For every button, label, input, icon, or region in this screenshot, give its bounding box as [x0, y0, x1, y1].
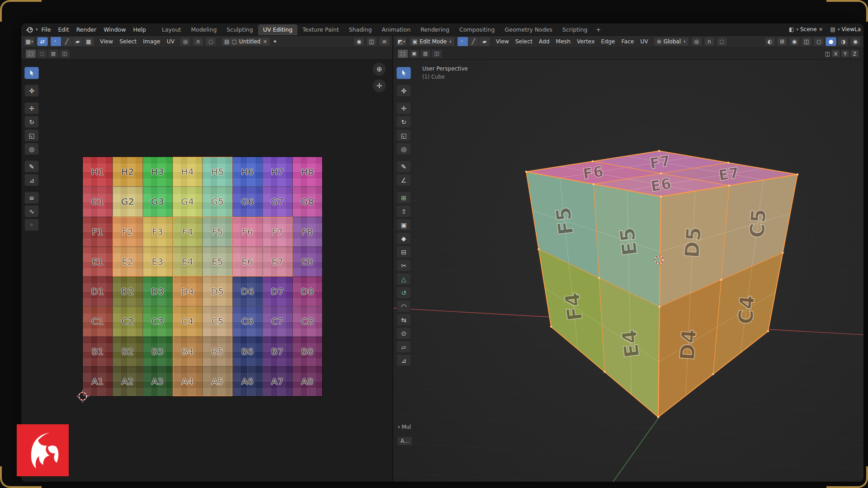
tab-modeling[interactable]: Modeling — [186, 24, 222, 35]
v3d-mode-vertex-icon[interactable]: ⠂ — [458, 37, 468, 46]
v3d-inset-faces-tool[interactable]: ▣ — [396, 219, 411, 231]
uv-transform-tool[interactable]: ◎ — [24, 143, 39, 155]
uv-sync-selection-icon[interactable]: ⇄ — [37, 37, 48, 46]
uv-cell-D1[interactable]: D1 — [83, 277, 113, 306]
tab-shading[interactable]: Shading — [344, 24, 377, 35]
viewport-editor-type-icon[interactable]: ◩▾ — [396, 37, 407, 46]
v3d-shading-rendered-icon[interactable]: ◉ — [850, 37, 861, 46]
cube-mesh[interactable]: F5E5F4E4D5C5D4C4F6F7E6E7 — [525, 150, 798, 418]
uv-cell-B6[interactable]: B6 — [232, 337, 262, 366]
v3d-spin-tool[interactable]: ↺ — [396, 286, 411, 299]
v3d-menu-mesh[interactable]: Mesh — [553, 36, 574, 47]
tab-scripting[interactable]: Scripting — [557, 24, 593, 35]
uv-cell-F1[interactable]: F1 — [83, 217, 113, 247]
uv-cell-A4[interactable]: A4 — [173, 366, 203, 396]
mirror-x-toggle[interactable]: X — [831, 50, 840, 57]
pin-icon[interactable]: ✦ — [273, 39, 277, 44]
uv-cell-H8[interactable]: H8 — [292, 157, 322, 187]
uv-rip-region-tool[interactable]: ⊿ — [24, 174, 39, 186]
v3d-xray-icon[interactable]: ◫ — [801, 37, 812, 46]
uv-annotate-tool[interactable]: ✎ — [24, 160, 39, 173]
uv-cell-E2[interactable]: E2 — [113, 247, 142, 277]
v3d-ts-options-a-icon[interactable]: ▥ — [420, 50, 430, 58]
v3d-shading-wire-icon[interactable]: ○ — [813, 37, 824, 46]
tab-sculpting[interactable]: Sculpting — [222, 24, 258, 35]
uv-editor-type-icon[interactable]: ▦▾ — [24, 37, 35, 46]
v3d-menu-face[interactable]: Face — [618, 36, 637, 47]
uv-overlays-icon[interactable]: ◉ — [354, 37, 364, 46]
unlink-image-icon[interactable]: × — [263, 39, 267, 44]
uv-cell-F3[interactable]: F3 — [143, 217, 173, 247]
v3d-gizmos-icon[interactable]: ⊞ — [777, 37, 788, 46]
uv-mode-island-icon[interactable]: ▩ — [83, 37, 94, 46]
uv-cell-G3[interactable]: G3 — [143, 187, 173, 216]
uv-cell-D2[interactable]: D2 — [113, 277, 142, 306]
uv-cell-G8[interactable]: G8 — [292, 187, 322, 216]
uv-cell-C5[interactable]: C5 — [203, 306, 232, 336]
v3d-extrude-region-tool[interactable]: ⇧ — [396, 205, 411, 217]
uv-cell-E3[interactable]: E3 — [143, 247, 173, 277]
v3d-shading-solid-icon[interactable]: ● — [826, 37, 836, 46]
v3d-measure-tool[interactable]: ∠ — [396, 174, 411, 186]
image-name[interactable]: Untitled — [239, 38, 260, 45]
menu-window[interactable]: Window — [100, 23, 129, 35]
uv-cell-E6[interactable]: E6 — [232, 247, 262, 277]
uv-cell-D8[interactable]: D8 — [292, 277, 322, 306]
uv-cell-E1[interactable]: E1 — [83, 247, 113, 277]
v3d-rip-region-tool[interactable]: ⊿ — [396, 354, 411, 366]
uv-move-tool[interactable]: ✛ — [24, 102, 39, 114]
v3d-snap-magnet-icon[interactable]: ∩ — [704, 37, 715, 46]
uv-options-icon[interactable]: ≡ — [379, 37, 390, 46]
blender-logo-icon[interactable] — [26, 26, 33, 33]
uv-cell-H2[interactable]: H2 — [113, 157, 142, 187]
v3d-rotate-tool[interactable]: ↻ — [396, 116, 411, 128]
uv-cell-B1[interactable]: B1 — [83, 337, 113, 366]
orientation-dropdown[interactable]: ⊕ Global ▾ — [654, 37, 689, 46]
v3d-scale-tool[interactable]: ◱ — [396, 129, 411, 141]
tab-compositing[interactable]: Compositing — [454, 24, 500, 35]
uv-ts-uv-select-lasso-icon[interactable]: ▥ — [48, 50, 58, 58]
uv-cell-B4[interactable]: B4 — [173, 337, 203, 366]
v3d-knife-tool[interactable]: ✂ — [396, 259, 411, 272]
uv-mode-edge-icon[interactable]: ╱ — [61, 37, 72, 46]
toolbar-collapsed-row[interactable]: ▾ Mul — [397, 424, 411, 430]
uv-cell-B8[interactable]: B8 — [292, 337, 322, 366]
uv-rotate-tool[interactable]: ↻ — [24, 116, 39, 128]
tab-geometry-nodes[interactable]: Geometry Nodes — [500, 24, 557, 35]
uv-cell-B7[interactable]: B7 — [263, 337, 292, 366]
uv-cell-H4[interactable]: H4 — [173, 157, 203, 187]
uv-ts-uv-select-box-icon[interactable]: ⬚ — [26, 50, 36, 58]
cube-face-right[interactable]: D5C5D4C4 — [657, 174, 798, 418]
tab-texture-paint[interactable]: Texture Paint — [297, 24, 344, 35]
mode-dropdown[interactable]: ▣ Edit Mode ▾ — [409, 37, 455, 46]
uv-menu-select[interactable]: Select — [116, 36, 140, 47]
uv-cell-F8[interactable]: F8 — [292, 217, 322, 247]
uv-cell-C2[interactable]: C2 — [113, 306, 142, 336]
uv-cell-D7[interactable]: D7 — [263, 277, 292, 306]
v3d-ts-options-b-icon[interactable]: ◫ — [432, 50, 442, 58]
uv-cell-H1[interactable]: H1 — [83, 157, 113, 187]
uv-cell-B3[interactable]: B3 — [143, 337, 173, 366]
uv-cell-A2[interactable]: A2 — [113, 366, 142, 396]
uv-cell-A8[interactable]: A8 — [292, 366, 322, 396]
v3d-shear-tool[interactable]: ▱ — [396, 341, 411, 353]
uv-cell-D6[interactable]: D6 — [232, 277, 262, 306]
uv-cell-G6[interactable]: G6 — [232, 187, 262, 216]
viewport-canvas[interactable]: F5E5F4E4D5C5D4C4F6F7E6E7 — [393, 60, 863, 482]
uv-mode-face-icon[interactable]: ▰ — [72, 37, 83, 46]
v3d-annotate-tool[interactable]: ✎ — [396, 160, 411, 173]
uv-cell-E5[interactable]: E5 — [203, 247, 232, 277]
tab-animation[interactable]: Animation — [377, 24, 415, 35]
uv-cell-D4[interactable]: D4 — [173, 277, 203, 306]
v3d-proportional-edit-icon[interactable]: ◌ — [717, 37, 727, 46]
v3d-shrink-fatten-tool[interactable]: ⊙ — [396, 327, 411, 339]
uv-cell-F2[interactable]: F2 — [113, 217, 142, 247]
uv-cursor-tool[interactable]: ✜ — [24, 84, 39, 97]
v3d-menu-edge[interactable]: Edge — [598, 36, 618, 47]
uv-cell-F5[interactable]: F5 — [203, 217, 232, 247]
uv-select-box-tool[interactable] — [24, 67, 39, 79]
uv-cell-A3[interactable]: A3 — [143, 366, 173, 396]
uv-cell-B5[interactable]: B5 — [203, 337, 232, 366]
v3d-menu-vertex[interactable]: Vertex — [574, 36, 598, 47]
v3d-shading-material-icon[interactable]: ◑ — [838, 37, 849, 46]
